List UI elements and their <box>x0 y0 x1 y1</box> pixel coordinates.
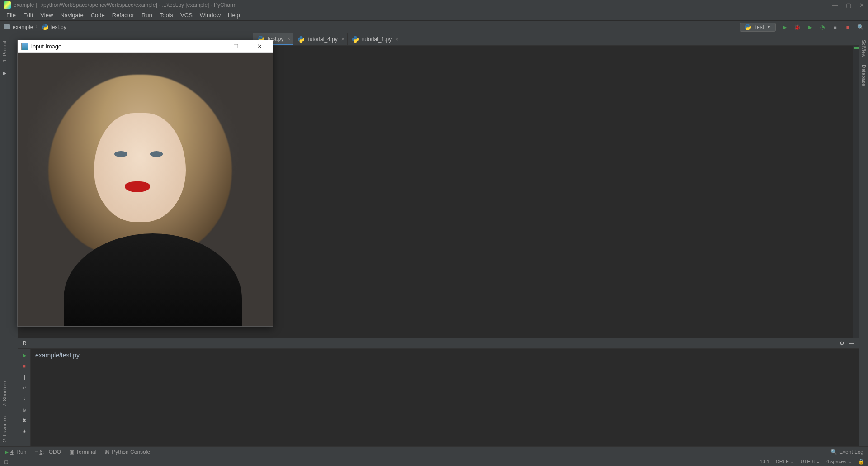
settings-icon[interactable]: ⚙ <box>840 340 844 347</box>
python-file-icon <box>42 24 48 30</box>
stop-button[interactable]: ■ <box>844 23 852 31</box>
menubar: File Edit View Navigate Code Refactor Ru… <box>0 10 868 21</box>
run-coverage-button[interactable]: ▶ <box>806 23 814 31</box>
bottom-tab-todo[interactable]: ≡ 6: TODO <box>34 449 61 455</box>
tool-tab-database[interactable]: Database <box>860 61 868 90</box>
menu-run[interactable]: Run <box>139 11 155 19</box>
popup-close-button[interactable]: ✕ <box>250 43 269 50</box>
rerun-button[interactable]: ▶ <box>21 352 28 359</box>
close-tab-icon[interactable]: × <box>341 36 344 43</box>
debug-button[interactable]: 🐞 <box>793 23 801 31</box>
run-tool-window: R ⚙ — ▶ ■ ‖ ↩ ⤓ ⎙ ✖ ★ example/test.py <box>18 338 859 446</box>
hide-icon[interactable]: — <box>849 340 854 347</box>
search-everywhere-button[interactable]: 🔍 <box>856 23 864 31</box>
popup-titlebar[interactable]: input image — ☐ ✕ <box>18 40 273 53</box>
run-configuration-selector[interactable]: test ▼ <box>740 23 776 32</box>
pycharm-icon <box>4 1 11 9</box>
breadcrumb-file[interactable]: test.py <box>50 24 66 30</box>
favorite-button[interactable]: ★ <box>21 428 28 435</box>
status-encoding[interactable]: UTF-8 ⌄ <box>801 459 820 465</box>
tool-tab-project[interactable]: 1: Project <box>1 36 8 66</box>
python-file-icon <box>352 36 359 43</box>
menu-tools[interactable]: Tools <box>157 11 176 19</box>
run-header-label: R <box>23 340 27 347</box>
tab-tutorial1-py[interactable]: tutorial_1.py × <box>348 33 401 45</box>
tab-tutorial4-py[interactable]: tutorial_4.py × <box>293 33 347 45</box>
scroll-to-end-button[interactable]: ⤓ <box>21 395 28 402</box>
window-title: example [F:\pythonWorkSpace\opencvWorksp… <box>14 2 236 8</box>
close-tab-icon[interactable]: × <box>287 36 290 42</box>
menu-view[interactable]: View <box>38 11 56 19</box>
python-file-icon <box>298 36 304 43</box>
clear-all-button[interactable]: ✖ <box>21 417 28 424</box>
status-lock-icon[interactable]: 🔓 <box>858 459 864 465</box>
tool-tab-structure[interactable]: 7: Structure <box>1 376 8 411</box>
run-config-label: test <box>755 24 764 30</box>
portrait-image-placeholder <box>18 53 273 326</box>
window-icon <box>21 43 28 50</box>
run-output[interactable]: example/test.py <box>31 349 859 446</box>
maximize-button[interactable]: ▢ <box>846 2 851 9</box>
bottom-tab-python-console[interactable]: ⌘ Python Console <box>104 449 150 455</box>
bottom-tab-terminal[interactable]: ▣ Terminal <box>69 449 96 455</box>
status-line-sep[interactable]: CRLF ⌄ <box>776 459 794 465</box>
popup-maximize-button[interactable]: ☐ <box>226 43 245 50</box>
menu-code[interactable]: Code <box>88 11 108 19</box>
print-button[interactable]: ⎙ <box>21 406 28 413</box>
status-indent[interactable]: 4 spaces ⌄ <box>826 459 852 465</box>
run-body: ▶ ■ ‖ ↩ ⤓ ⎙ ✖ ★ example/test.py <box>18 349 859 446</box>
minimize-button[interactable]: — <box>832 2 838 9</box>
status-bar: ▢ 13:1 CRLF ⌄ UTF-8 ⌄ 4 spaces ⌄ 🔓 <box>0 457 868 466</box>
bottom-tool-tabs: ▶4: Run ≡ 6: TODO ▣ Terminal ⌘ Python Co… <box>0 446 868 457</box>
popup-image-content <box>18 53 273 326</box>
menu-vcs[interactable]: VCS <box>178 11 195 19</box>
menu-navigate[interactable]: Navigate <box>57 11 86 19</box>
stop-run-button[interactable]: ■ <box>21 362 28 370</box>
bottom-tab-run[interactable]: ▶4: Run <box>5 449 26 455</box>
soft-wrap-button[interactable]: ↩ <box>21 384 28 391</box>
window-controls: — ▢ ✕ <box>832 2 864 9</box>
pause-output-button[interactable]: ‖ <box>21 373 28 380</box>
popup-title: input image <box>31 43 61 50</box>
rail-play-icon[interactable]: ▶ <box>3 71 6 76</box>
right-tool-rail: SciView Database <box>859 33 868 446</box>
tab-label: tutorial_1.py <box>362 36 392 43</box>
python-file-icon <box>745 24 751 30</box>
concurrency-diagram-button[interactable]: ≡ <box>831 23 839 31</box>
opencv-image-window[interactable]: input image — ☐ ✕ <box>17 40 273 327</box>
left-tool-rail: 1: Project ▶ 7: Structure 2: Favorites <box>0 33 9 446</box>
menu-help[interactable]: Help <box>225 11 243 19</box>
project-panel-collapsed[interactable] <box>9 33 18 446</box>
profile-button[interactable]: ◔ <box>818 23 826 31</box>
menu-refactor[interactable]: Refactor <box>109 11 137 19</box>
popup-minimize-button[interactable]: — <box>203 43 222 50</box>
chevron-down-icon: ▼ <box>767 25 771 29</box>
status-tool-windows-icon[interactable]: ▢ <box>4 459 8 465</box>
run-tool-header: R ⚙ — <box>18 338 859 349</box>
navigation-bar: example 〉 test.py test ▼ ▶ 🐞 ▶ ◔ ≡ ■ 🔍 <box>0 21 868 33</box>
window-titlebar: example [F:\pythonWorkSpace\opencvWorksp… <box>0 0 868 10</box>
bottom-tab-event-log[interactable]: 🔍 Event Log <box>830 449 863 455</box>
run-side-toolbar: ▶ ■ ‖ ↩ ⤓ ⎙ ✖ ★ <box>18 349 31 446</box>
folder-icon <box>4 24 10 29</box>
inspection-marker-icon <box>854 47 859 49</box>
editor-gutter-strip[interactable] <box>853 46 859 338</box>
close-button[interactable]: ✕ <box>859 2 864 9</box>
run-button[interactable]: ▶ <box>780 23 788 31</box>
tool-tab-sciview[interactable]: SciView <box>860 36 868 61</box>
tab-label: tutorial_4.py <box>308 36 337 43</box>
menu-file[interactable]: File <box>4 11 19 19</box>
menu-edit[interactable]: Edit <box>20 11 36 19</box>
breadcrumb-separator: 〉 <box>35 23 40 31</box>
breadcrumb-folder[interactable]: example <box>13 24 33 30</box>
menu-window[interactable]: Window <box>197 11 223 19</box>
status-cursor-pos[interactable]: 13:1 <box>760 459 769 465</box>
tool-tab-favorites[interactable]: 2: Favorites <box>1 411 8 446</box>
close-tab-icon[interactable]: × <box>395 36 398 43</box>
